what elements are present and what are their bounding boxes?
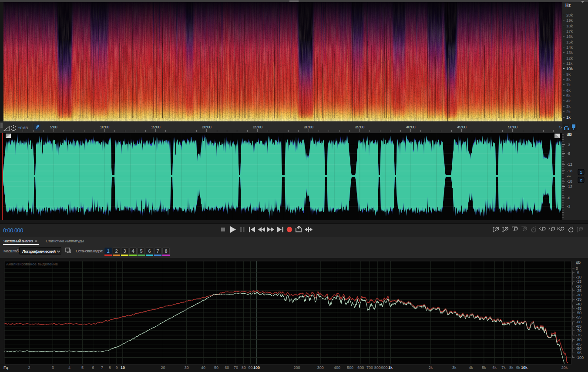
svg-text:35:00: 35:00: [355, 124, 364, 129]
svg-text:0: 0: [576, 266, 578, 271]
svg-text:-3: -3: [567, 143, 570, 147]
svg-text:3k: 3k: [452, 365, 457, 370]
svg-text:100: 100: [253, 365, 260, 370]
svg-text:1k: 1k: [388, 365, 393, 370]
svg-text:5k: 5k: [566, 93, 571, 98]
svg-text:2k: 2k: [566, 109, 571, 114]
svg-text:1: 1: [580, 170, 582, 174]
svg-text:9k: 9k: [516, 365, 521, 370]
svg-text:20:00: 20:00: [202, 124, 211, 129]
svg-text:70: 70: [234, 365, 238, 370]
svg-text:-15: -15: [576, 279, 581, 284]
svg-text:6: 6: [92, 365, 94, 370]
svg-text:-5: -5: [576, 271, 579, 275]
svg-text:-75: -75: [576, 333, 581, 337]
svg-text:Анализированое выделение: Анализированое выделение: [6, 262, 58, 266]
svg-text:60: 60: [225, 365, 229, 370]
svg-text:300: 300: [317, 365, 324, 370]
svg-text:-55: -55: [576, 315, 581, 319]
svg-text:10k: 10k: [566, 66, 573, 71]
svg-text:30:00: 30:00: [304, 124, 313, 129]
svg-text:-60: -60: [576, 320, 581, 324]
svg-text:5: 5: [81, 365, 84, 370]
svg-text:20: 20: [161, 365, 165, 370]
svg-text:45:00: 45:00: [457, 124, 466, 129]
svg-text:-10: -10: [576, 275, 581, 279]
svg-text:-85: -85: [576, 342, 581, 346]
svg-text:12k: 12k: [566, 56, 573, 60]
svg-text:-25: -25: [576, 288, 581, 293]
svg-text:40: 40: [201, 365, 205, 370]
svg-text:600: 600: [357, 365, 364, 370]
svg-text:4: 4: [68, 365, 71, 370]
svg-text:-18: -18: [567, 169, 572, 173]
svg-text:5k: 5k: [482, 365, 486, 370]
svg-text:-12: -12: [567, 162, 572, 167]
svg-text:400: 400: [334, 365, 340, 370]
svg-text:14k: 14k: [566, 45, 573, 50]
svg-text:-50: -50: [576, 311, 581, 315]
svg-text:80: 80: [242, 365, 246, 370]
svg-text:-20: -20: [576, 284, 581, 288]
svg-text:-3: -3: [567, 204, 570, 208]
svg-text:dB: dB: [23, 125, 28, 130]
svg-text:4k: 4k: [566, 98, 571, 103]
svg-text:-65: -65: [576, 324, 581, 328]
svg-text:20k: 20k: [566, 13, 573, 17]
svg-text:Гц: Гц: [3, 365, 8, 370]
svg-text:40:00: 40:00: [406, 124, 415, 129]
svg-text:+0: +0: [18, 125, 23, 130]
svg-text:6k: 6k: [566, 88, 571, 93]
svg-text:15:00: 15:00: [151, 124, 160, 129]
svg-text:7k: 7k: [566, 82, 571, 87]
svg-text:16k: 16k: [566, 34, 573, 39]
svg-text:-80: -80: [576, 338, 581, 342]
svg-text:3k: 3k: [566, 104, 571, 109]
svg-text:15k: 15k: [566, 40, 573, 44]
svg-text:17k: 17k: [566, 29, 573, 34]
svg-text:-45: -45: [576, 306, 581, 311]
svg-text:6k: 6k: [493, 365, 497, 370]
svg-text:-35: -35: [576, 297, 581, 302]
svg-text:8k: 8k: [509, 365, 514, 370]
svg-text:Hz: Hz: [565, 3, 571, 8]
svg-text:800: 800: [374, 365, 381, 370]
svg-text:7: 7: [101, 365, 103, 370]
svg-text:18k: 18k: [566, 23, 573, 28]
svg-text:-6: -6: [567, 196, 570, 200]
svg-text:1k: 1k: [566, 115, 571, 120]
svg-text:-70: -70: [576, 328, 581, 333]
svg-text:10: 10: [121, 365, 125, 370]
svg-text:dB: dB: [567, 133, 572, 137]
svg-text:4k: 4k: [469, 365, 473, 370]
svg-text:20k: 20k: [561, 365, 568, 370]
svg-text:90: 90: [248, 365, 252, 370]
svg-text:25:00: 25:00: [253, 124, 262, 129]
svg-text:9k: 9k: [566, 72, 571, 77]
svg-text:10k: 10k: [521, 365, 528, 370]
svg-text:-95: -95: [576, 351, 581, 355]
svg-text:-6: -6: [567, 151, 570, 156]
svg-text:2: 2: [580, 178, 582, 182]
svg-text:2: 2: [28, 365, 30, 370]
svg-text:дБ: дБ: [576, 260, 581, 265]
svg-text:11k: 11k: [566, 61, 573, 66]
svg-text:-∞: -∞: [567, 174, 571, 178]
svg-text:10:00: 10:00: [100, 124, 109, 129]
svg-text:3: 3: [52, 365, 54, 370]
svg-text:8k: 8k: [566, 77, 571, 82]
svg-text:-30: -30: [576, 293, 581, 297]
svg-text:19k: 19k: [566, 18, 573, 23]
svg-text:30: 30: [185, 365, 189, 370]
svg-text:-18: -18: [567, 179, 572, 184]
svg-text:900: 900: [381, 365, 387, 370]
svg-text:500: 500: [347, 365, 353, 370]
svg-text:50:00: 50:00: [508, 124, 517, 129]
svg-text:2k: 2k: [429, 365, 433, 370]
svg-text:200: 200: [294, 365, 300, 370]
svg-text:-40: -40: [576, 302, 581, 306]
svg-text:-12: -12: [567, 184, 572, 189]
svg-text:-100: -100: [576, 355, 584, 360]
svg-text:50: 50: [214, 365, 218, 370]
svg-text:7k: 7k: [501, 365, 506, 370]
